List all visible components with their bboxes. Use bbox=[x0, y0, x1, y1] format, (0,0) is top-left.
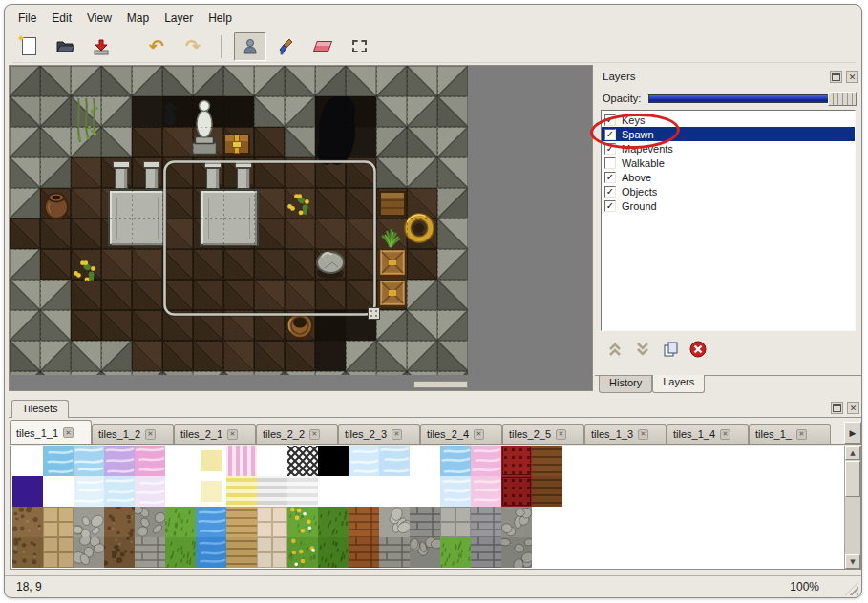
menu-map[interactable]: Map bbox=[119, 9, 157, 28]
new-map-button[interactable]: ✦ bbox=[12, 32, 45, 61]
tileset-tab[interactable]: tiles_1_3 ✕ bbox=[584, 424, 667, 444]
layers-panel-title: Layers bbox=[603, 71, 636, 82]
select-tool-button[interactable] bbox=[343, 32, 375, 61]
tab-layers[interactable]: Layers bbox=[652, 375, 705, 393]
layer-visibility-checkbox[interactable]: ✓ bbox=[604, 200, 616, 212]
tileset-canvas[interactable] bbox=[11, 446, 843, 568]
layer-row-spawn[interactable]: ✓ Spawn bbox=[602, 127, 855, 141]
tileset-tab[interactable]: tiles_2_4 ✕ bbox=[420, 424, 502, 444]
resize-grip[interactable] bbox=[845, 582, 858, 595]
tileset-tab[interactable]: tiles_1_4 ✕ bbox=[667, 424, 749, 444]
tileset-tab-label: tiles_1_4 bbox=[673, 428, 715, 440]
lower-layer-icon bbox=[634, 341, 651, 358]
layer-name: Mapevents bbox=[622, 143, 673, 155]
tileset-area: ▲ ▼ bbox=[10, 446, 861, 570]
stamp-tool-button[interactable] bbox=[234, 32, 266, 61]
close-tab-icon[interactable]: ✕ bbox=[63, 427, 74, 438]
save-icon bbox=[92, 38, 111, 55]
raise-layer-button[interactable] bbox=[604, 339, 625, 360]
tileset-tab[interactable]: tiles_1_ ✕ bbox=[749, 424, 831, 444]
float-icon bbox=[833, 404, 841, 412]
eraser-tool-button[interactable] bbox=[307, 32, 339, 61]
tileset-tab-label: tiles_1_2 bbox=[98, 428, 140, 440]
layer-visibility-checkbox[interactable]: ✓ bbox=[604, 143, 616, 155]
map-canvas[interactable] bbox=[10, 66, 468, 375]
tileset-tab[interactable]: tiles_1_2 ✕ bbox=[92, 424, 174, 444]
open-button[interactable] bbox=[49, 32, 81, 61]
menu-file[interactable]: File bbox=[11, 9, 44, 28]
layer-row-above[interactable]: ✓ Above bbox=[602, 170, 855, 184]
layer-row-walkable[interactable]: Walkable bbox=[602, 156, 855, 170]
map-view bbox=[9, 65, 593, 391]
layer-visibility-checkbox[interactable] bbox=[604, 157, 616, 169]
layer-name: Keys bbox=[622, 114, 645, 126]
opacity-slider[interactable] bbox=[648, 94, 856, 103]
close-tab-icon[interactable]: ✕ bbox=[145, 429, 156, 440]
layer-name: Ground bbox=[622, 200, 657, 212]
delete-layer-button[interactable] bbox=[688, 339, 709, 360]
tileset-tab[interactable]: tiles_2_1 ✕ bbox=[174, 424, 256, 444]
close-tilesets-icon[interactable]: ✕ bbox=[847, 402, 859, 414]
layer-visibility-checkbox[interactable]: ✓ bbox=[604, 172, 616, 183]
tileset-tab[interactable]: tiles_2_5 ✕ bbox=[502, 424, 584, 444]
layer-visibility-checkbox[interactable]: ✓ bbox=[604, 129, 616, 140]
zoom-level: 100% bbox=[790, 580, 819, 593]
close-tab-icon[interactable]: ✕ bbox=[309, 429, 320, 440]
layer-row-ground[interactable]: ✓ Ground bbox=[602, 198, 855, 213]
close-tab-icon[interactable]: ✕ bbox=[227, 429, 238, 440]
menu-view[interactable]: View bbox=[79, 9, 119, 28]
close-tab-icon[interactable]: ✕ bbox=[556, 429, 566, 440]
tileset-tab[interactable]: tiles_2_3 ✕ bbox=[338, 424, 420, 444]
scroll-up-button[interactable]: ▲ bbox=[845, 446, 860, 460]
tileset-tab[interactable]: tiles_1_1 ✕ bbox=[10, 420, 92, 445]
close-tab-icon[interactable]: ✕ bbox=[474, 429, 484, 440]
tileset-tab-label: tiles_1_1 bbox=[16, 427, 58, 439]
save-button[interactable] bbox=[85, 32, 117, 61]
toolbar: ✦ ↶ ↷ bbox=[12, 31, 856, 63]
tileset-scrollbar[interactable]: ▲ ▼ bbox=[844, 446, 860, 569]
tilesets-title-tab[interactable]: Tilesets bbox=[11, 400, 69, 418]
layer-name: Spawn bbox=[622, 129, 654, 140]
scroll-tabs-right-button[interactable]: ▶ bbox=[844, 422, 861, 444]
tileset-tab-label: tiles_2_4 bbox=[427, 428, 469, 440]
menu-layer[interactable]: Layer bbox=[157, 9, 201, 28]
layer-row-keys[interactable]: ✓ Keys bbox=[602, 113, 855, 127]
eraser-icon bbox=[313, 41, 332, 52]
tileset-tab-label: tiles_2_3 bbox=[345, 428, 387, 440]
map-horizontal-scrollbar[interactable] bbox=[413, 381, 468, 388]
opacity-slider-handle[interactable] bbox=[828, 92, 857, 106]
layer-name: Walkable bbox=[622, 157, 665, 169]
layer-name: Above bbox=[622, 172, 651, 183]
layer-row-objects[interactable]: ✓ Objects bbox=[602, 184, 855, 198]
close-panel-icon[interactable]: ✕ bbox=[846, 71, 858, 83]
tileset-tab-label: tiles_1_3 bbox=[591, 428, 633, 440]
undo-button[interactable]: ↶ bbox=[140, 32, 173, 61]
layer-visibility-checkbox[interactable]: ✓ bbox=[604, 114, 616, 126]
close-tab-icon[interactable]: ✕ bbox=[392, 429, 402, 440]
statusbar: 18, 9 100% bbox=[5, 575, 861, 598]
tileset-tab-label: tiles_1_ bbox=[755, 428, 792, 440]
close-tab-icon[interactable]: ✕ bbox=[638, 429, 648, 440]
float-tilesets-button[interactable] bbox=[831, 402, 843, 414]
tab-history[interactable]: History bbox=[599, 376, 652, 393]
menu-help[interactable]: Help bbox=[201, 9, 240, 28]
lower-layer-button[interactable] bbox=[632, 339, 653, 360]
scrollbar-thumb[interactable] bbox=[845, 461, 860, 497]
float-panel-button[interactable] bbox=[830, 71, 842, 83]
layer-visibility-checkbox[interactable]: ✓ bbox=[604, 186, 616, 198]
menu-edit[interactable]: Edit bbox=[44, 9, 79, 28]
redo-button[interactable]: ↷ bbox=[177, 32, 209, 61]
close-tab-icon[interactable]: ✕ bbox=[720, 429, 730, 440]
tileset-tab-label: tiles_2_1 bbox=[180, 428, 222, 440]
delete-layer-icon bbox=[689, 341, 707, 358]
layer-name: Objects bbox=[622, 186, 657, 198]
layer-row-mapevents[interactable]: ✓ Mapevents bbox=[602, 141, 855, 156]
opacity-label: Opacity: bbox=[603, 93, 641, 104]
brush-tool-button[interactable] bbox=[270, 32, 303, 61]
close-tab-icon[interactable]: ✕ bbox=[796, 429, 807, 440]
scroll-down-button[interactable]: ▼ bbox=[845, 554, 860, 569]
float-icon bbox=[832, 73, 840, 81]
menubar: File Edit View Map Layer Help bbox=[11, 7, 856, 30]
duplicate-layer-button[interactable] bbox=[660, 339, 681, 360]
tileset-tab[interactable]: tiles_2_2 ✕ bbox=[256, 424, 338, 444]
